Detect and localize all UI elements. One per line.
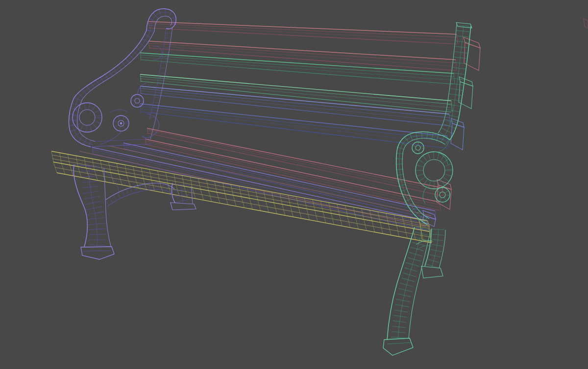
viewport-3d[interactable] [0, 0, 588, 369]
bench-wireframe-render[interactable] [0, 0, 588, 369]
